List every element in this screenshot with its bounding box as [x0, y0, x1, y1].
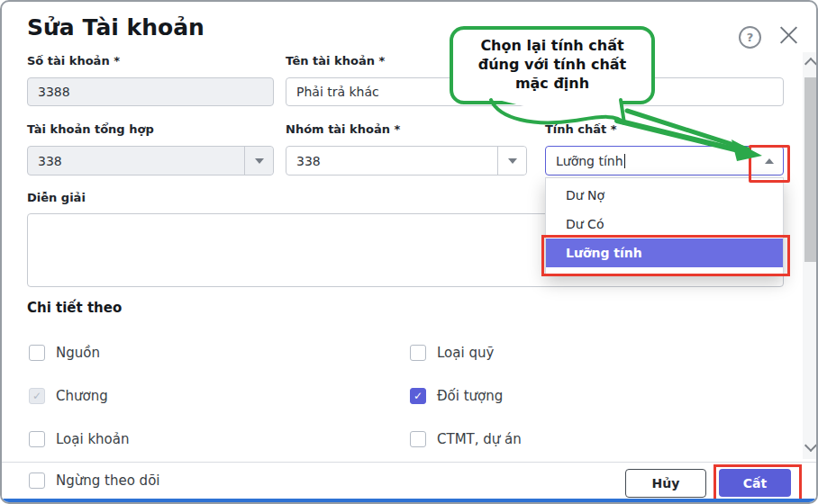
- nature-label: Tính chất *: [545, 122, 617, 136]
- checkbox-item-ctmt-du-an[interactable]: ✓ CTMT, dự án: [410, 431, 522, 447]
- dropdown-option-du-no[interactable]: Dư Nợ: [546, 181, 783, 210]
- account-group-label: Nhóm tài khoản *: [286, 122, 400, 136]
- account-group-dropdown-button[interactable]: [497, 147, 526, 175]
- checkbox[interactable]: ✓: [29, 472, 45, 489]
- account-number-label: Số tài khoản *: [27, 54, 120, 68]
- checkbox[interactable]: ✓: [29, 345, 45, 361]
- annotation-callout: Chọn lại tính chất đúng với tính chất mặ…: [450, 26, 655, 104]
- checkbox[interactable]: ✓: [410, 345, 426, 361]
- general-account-label: Tài khoản tổng hợp: [27, 122, 154, 136]
- close-icon[interactable]: [775, 22, 802, 49]
- save-button[interactable]: Cất: [719, 469, 791, 497]
- nature-combobox[interactable]: Lưỡng tính: [545, 146, 784, 176]
- dialog-footer: ✓ Ngừng theo dõi Hủy Cất: [2, 462, 816, 503]
- edit-account-dialog: Sửa Tài khoản ? Số tài khoản * Tên tài k…: [0, 0, 818, 504]
- nature-dropdown-list: Dư Nợ Dư Có Lưỡng tính: [545, 177, 784, 275]
- checkbox[interactable]: ✓: [29, 431, 45, 447]
- description-label: Diễn giải: [27, 191, 86, 204]
- chevron-down-icon: [255, 158, 264, 164]
- chevron-up-icon: [765, 158, 774, 164]
- window-bottom-edge: [2, 499, 816, 502]
- general-account-dropdown-button[interactable]: [244, 147, 273, 175]
- account-name-label: Tên tài khoản *: [286, 54, 385, 68]
- stop-following-checkbox-item[interactable]: ✓ Ngừng theo dõi: [29, 472, 159, 489]
- checkbox-item-chuong: ✓ Chương: [29, 388, 108, 404]
- text-cursor: [624, 154, 626, 168]
- scroll-up-icon[interactable]: [804, 58, 817, 70]
- checkbox-item-loai-khoan[interactable]: ✓ Loại khoản: [29, 431, 129, 447]
- checkbox-item-nguon[interactable]: ✓ Nguồn: [29, 345, 100, 361]
- scrollbar[interactable]: [803, 52, 818, 459]
- checkbox[interactable]: ✓: [410, 388, 426, 404]
- chevron-down-icon: [508, 158, 517, 164]
- detail-section-title: Chi tiết theo: [27, 300, 122, 316]
- dropdown-option-luong-tinh[interactable]: Lưỡng tính: [546, 238, 783, 267]
- page-title: Sửa Tài khoản: [27, 14, 204, 40]
- general-account-combobox[interactable]: 338: [27, 146, 274, 176]
- checkbox-item-loai-quy[interactable]: ✓ Loại quỹ: [410, 345, 494, 361]
- checkbox: ✓: [29, 388, 45, 404]
- account-number-input[interactable]: 3388: [27, 77, 274, 106]
- account-group-combobox[interactable]: 338: [286, 146, 527, 176]
- cancel-button[interactable]: Hủy: [625, 469, 706, 498]
- checkbox-item-doi-tuong[interactable]: ✓ Đối tượng: [410, 388, 503, 404]
- checkbox[interactable]: ✓: [410, 431, 426, 447]
- help-icon[interactable]: ?: [739, 26, 761, 49]
- nature-dropdown-button[interactable]: [755, 147, 783, 175]
- scrollbar-thumb[interactable]: [804, 77, 816, 262]
- scroll-down-icon[interactable]: [804, 439, 817, 452]
- dropdown-option-du-co[interactable]: Dư Có: [546, 210, 783, 238]
